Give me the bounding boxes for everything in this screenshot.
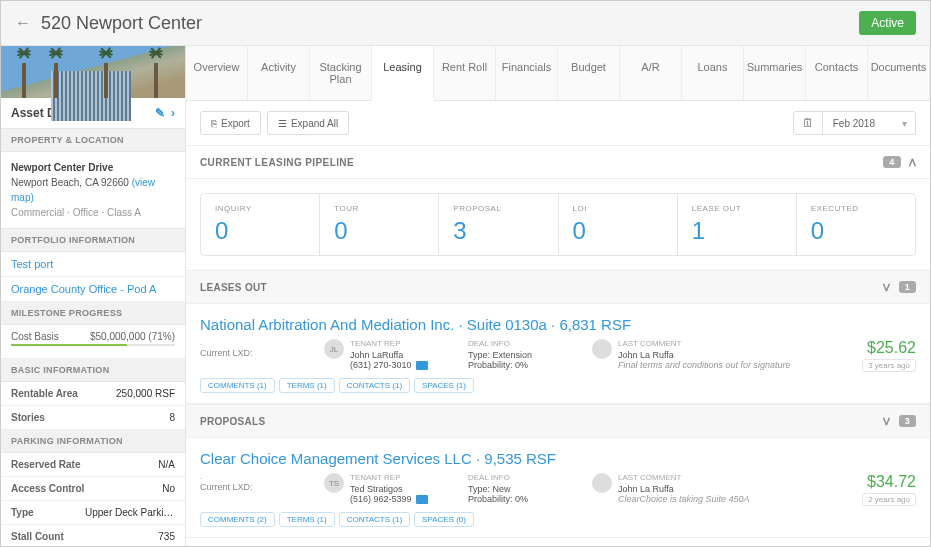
section-title: LEASES OUT — [200, 282, 267, 293]
chevron-down-icon[interactable]: ᐯ — [883, 416, 890, 427]
stage-label: LOI — [573, 204, 663, 213]
tab-bar: OverviewActivityStacking PlanLeasingRent… — [186, 46, 930, 101]
portfolio-link[interactable]: Test port — [1, 252, 185, 277]
milestone-value: $50,000,000 (71%) — [90, 331, 175, 342]
calendar-icon: 🗓 — [794, 112, 823, 134]
property-name: Newport Center Drive — [11, 160, 175, 175]
info-value: N/A — [158, 459, 175, 470]
chip[interactable]: TERMS (1) — [279, 378, 335, 393]
tab-leasing[interactable]: Leasing — [372, 46, 434, 101]
info-row: Reserved RateN/A — [1, 453, 185, 477]
deal-prob: Probability: 0% — [468, 494, 578, 504]
stage-label: PROPOSAL — [453, 204, 543, 213]
avatar: TS — [324, 473, 344, 493]
info-label: Type — [11, 507, 34, 518]
pipeline-count-badge: 4 — [883, 156, 900, 168]
page-title: 520 Newport Center — [41, 13, 202, 34]
chip[interactable]: SPACES (1) — [414, 378, 474, 393]
comment-text: ClearChoice is taking Suite 450A — [618, 494, 750, 504]
date-picker[interactable]: 🗓 Feb 2018 — [793, 111, 916, 135]
info-value: No — [162, 483, 175, 494]
tab-rent-roll[interactable]: Rent Roll — [434, 46, 496, 100]
rep-phone: (631) 270-3010 — [350, 360, 428, 370]
tab-overview[interactable]: Overview — [186, 46, 248, 100]
chip[interactable]: COMMENTS (2) — [200, 512, 275, 527]
pipeline-stage[interactable]: PROPOSAL3 — [439, 194, 558, 255]
pipeline-stage[interactable]: LEASE OUT1 — [678, 194, 797, 255]
section-header: LEASES OUTᐯ1 — [186, 270, 930, 304]
pipeline-stage[interactable]: EXECUTED0 — [797, 194, 915, 255]
section-title: PROPOSALS — [200, 416, 266, 427]
info-value: 735 — [158, 531, 175, 542]
info-row: TypeUpper Deck Parking & 2 u... — [1, 501, 185, 525]
mail-icon[interactable] — [416, 361, 428, 370]
stage-value: 0 — [215, 217, 305, 245]
section-header: PROPOSALSᐯ3 — [186, 404, 930, 438]
stage-value: 0 — [811, 217, 901, 245]
tab-contacts[interactable]: Contacts — [806, 46, 868, 100]
pipeline-stages: INQUIRY0TOUR0PROPOSAL3LOI0LEASE OUT1EXEC… — [200, 193, 916, 256]
stage-label: INQUIRY — [215, 204, 305, 213]
stage-label: EXECUTED — [811, 204, 901, 213]
chevron-up-icon[interactable]: ᐱ — [909, 157, 916, 168]
chip[interactable]: SPACES (0) — [414, 512, 474, 527]
export-button[interactable]: ⎘Export — [200, 111, 261, 135]
parking-info-header: PARKING INFORMATION — [1, 430, 185, 453]
lease-title[interactable]: Clear Choice Management Services LLC · 9… — [200, 450, 916, 467]
lease-title[interactable]: National Arbitration And Mediation Inc. … — [200, 316, 916, 333]
date-value: Feb 2018 — [823, 114, 915, 133]
property-image — [1, 46, 186, 98]
info-label: Rentable Area — [11, 388, 78, 399]
tab-budget[interactable]: Budget — [558, 46, 620, 100]
status-button[interactable]: Active — [859, 11, 916, 35]
toolbar: ⎘Export ☰Expand All 🗓 Feb 2018 — [186, 101, 930, 146]
pipeline-stage[interactable]: LOI0 — [559, 194, 678, 255]
chip[interactable]: TERMS (1) — [279, 512, 335, 527]
stage-value: 0 — [334, 217, 424, 245]
expand-all-button[interactable]: ☰Expand All — [267, 111, 349, 135]
chip[interactable]: COMMENTS (1) — [200, 378, 275, 393]
chevron-down-icon[interactable]: ᐯ — [883, 282, 890, 293]
info-row: Rentable Area250,000 RSF — [1, 382, 185, 406]
comment-header: LAST COMMENT — [618, 339, 791, 348]
chip-row: COMMENTS (1)TERMS (1)CONTACTS (1)SPACES … — [200, 378, 916, 393]
info-row: Stall Count735 — [1, 525, 185, 547]
deal-header: DEAL INFO — [468, 473, 578, 482]
edit-icon[interactable]: ✎ — [155, 106, 165, 120]
rep-header: TENANT REP — [350, 339, 428, 348]
stage-value: 3 — [453, 217, 543, 245]
chip[interactable]: CONTACTS (1) — [339, 378, 410, 393]
main-content: OverviewActivityStacking PlanLeasingRent… — [186, 46, 930, 547]
info-value: 8 — [169, 412, 175, 423]
rep-name: Ted Stratigos — [350, 484, 428, 494]
deal-type: Type: New — [468, 484, 578, 494]
tab-documents[interactable]: Documents — [868, 46, 930, 100]
avatar: JL — [324, 339, 344, 359]
tab-activity[interactable]: Activity — [248, 46, 310, 100]
property-location-header: PROPERTY & LOCATION — [1, 129, 185, 152]
tab-summaries[interactable]: Summaries — [744, 46, 806, 100]
info-label: Access Control — [11, 483, 84, 494]
comment-text: Final terms and conditions out for signa… — [618, 360, 791, 370]
tab-financials[interactable]: Financials — [496, 46, 558, 100]
portfolio-link[interactable]: Orange County Office - Pod A — [1, 277, 185, 302]
section-badge: 3 — [899, 415, 916, 427]
pipeline-title: CURRENT LEASING PIPELINE — [200, 157, 354, 168]
rep-name: John LaRuffa — [350, 350, 428, 360]
sidebar: Asset Details ✎ › PROPERTY & LOCATION Ne… — [1, 46, 186, 547]
pipeline-stage[interactable]: TOUR0 — [320, 194, 439, 255]
pipeline-stage[interactable]: INQUIRY0 — [201, 194, 320, 255]
back-arrow-icon[interactable]: ← — [15, 14, 31, 32]
chip[interactable]: CONTACTS (1) — [339, 512, 410, 527]
mail-icon[interactable] — [416, 495, 428, 504]
deal-type: Type: Extension — [468, 350, 578, 360]
tab-a-r[interactable]: A/R — [620, 46, 682, 100]
header-left: ← 520 Newport Center — [15, 13, 202, 34]
lxd-label: Current LXD: — [200, 482, 310, 492]
info-row: Stories8 — [1, 406, 185, 430]
info-row: Access ControlNo — [1, 477, 185, 501]
tab-stacking-plan[interactable]: Stacking Plan — [310, 46, 372, 100]
tab-loans[interactable]: Loans — [682, 46, 744, 100]
chevron-right-icon[interactable]: › — [171, 106, 175, 120]
chip-row: COMMENTS (2)TERMS (1)CONTACTS (1)SPACES … — [200, 512, 916, 527]
